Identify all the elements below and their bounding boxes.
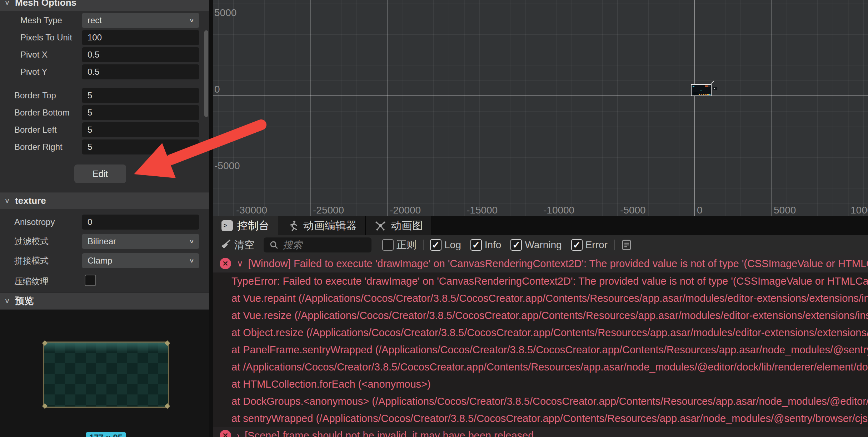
runner-icon (287, 220, 299, 232)
frame-corner-ornament (42, 340, 48, 346)
log-text: at PanelFrame.sentryWrapped (/Applicatio… (231, 344, 868, 356)
log-entry-error[interactable]: ✕ ∨ [Window] Failed to execute 'drawImag… (213, 255, 868, 272)
filter-mode-label: 过滤模式 (14, 234, 49, 249)
console-log-area[interactable]: ✕ ∨ [Window] Failed to execute 'drawImag… (213, 255, 868, 437)
border-right-label: Border Right (14, 139, 63, 154)
log-text: [Scene] frame should not be invalid, it … (245, 430, 534, 437)
console-toolbar: 清空 正则 ✓ Log ✓ Info ✓ Warning ✓ Error (213, 235, 868, 255)
mesh-type-select[interactable]: rect ∨ (82, 13, 199, 28)
border-left-label: Border Left (14, 122, 57, 137)
thumb-pixel (707, 94, 709, 95)
tab-animation-graph[interactable]: 动画图 (366, 216, 432, 235)
border-right-input[interactable] (82, 139, 199, 154)
compress-texture-checkbox[interactable] (85, 275, 96, 286)
log-stack-line: at Vue.repaint (/Applications/Cocos/Crea… (213, 290, 868, 307)
filter-mode-select[interactable]: Bilinear ∨ (82, 234, 199, 249)
border-left-input[interactable] (82, 122, 199, 137)
panel-divider (209, 0, 213, 437)
search-icon (269, 240, 279, 250)
chevron-down-icon[interactable]: ∨ (237, 259, 243, 269)
terminal-icon: >_ (221, 220, 233, 231)
y-tick: 0 (214, 84, 220, 95)
anim-graph-icon (374, 220, 386, 232)
regex-label: 正则 (396, 238, 416, 252)
thumb-pixel (703, 94, 704, 95)
log-text: [Window] Failed to execute 'drawImage' o… (248, 258, 868, 270)
tab-animation-editor[interactable]: 动画编辑器 (278, 216, 366, 235)
filter-error-checkbox[interactable]: ✓ (571, 239, 583, 251)
thumb-pixel (700, 90, 702, 91)
filter-info-checkbox[interactable]: ✓ (470, 239, 482, 251)
edit-button[interactable]: Edit (74, 165, 126, 183)
search-input-wrapper[interactable] (264, 237, 371, 252)
x-tick: -25000 (313, 205, 344, 216)
filter-info-label: Info (485, 239, 502, 251)
chevron-down-icon: ∨ (189, 15, 194, 26)
open-log-file-icon[interactable] (621, 239, 632, 251)
chevron-down-icon: ∨ (4, 197, 10, 205)
separator (614, 240, 615, 250)
thumb-pixel (705, 85, 708, 87)
chevron-down-icon: ∨ (189, 255, 194, 266)
log-text: at Vue.repaint (/Applications/Cocos/Crea… (231, 293, 868, 304)
log-entry-error[interactable]: ✕ › [Scene] frame should not be invalid,… (213, 427, 868, 437)
compress-texture-label: 压缩纹理 (14, 274, 49, 289)
error-icon: ✕ (220, 258, 231, 269)
panel-tabbar: >_ 控制台 动画编辑器 (213, 216, 868, 235)
chevron-right-icon[interactable]: › (237, 431, 240, 437)
x-tick: 0 (697, 205, 703, 216)
axis-line-x0 (694, 0, 695, 216)
regex-checkbox[interactable] (382, 239, 394, 251)
pivot-x-input[interactable] (82, 47, 199, 62)
log-stack-line: at PanelFrame.sentryWrapped (/Applicatio… (213, 341, 868, 358)
edit-button-label: Edit (93, 169, 108, 179)
border-bottom-label: Border Bottom (14, 105, 70, 120)
pivot-y-input[interactable] (82, 64, 199, 79)
log-text: at DockGroups.<anonymous> (/Applications… (231, 396, 868, 407)
scene-canvas[interactable]: -30000 -25000 -20000 -15000 -10000 -5000… (213, 0, 868, 216)
mesh-type-label: Mesh Type (20, 13, 62, 28)
tab-label: 动画编辑器 (303, 218, 357, 233)
log-text: at /Applications/Cocos/Creator/3.8.5/Coc… (231, 361, 868, 373)
search-input[interactable] (282, 239, 366, 251)
log-stack-line: at sentryWrapped (/Applications/Cocos/Cr… (213, 410, 868, 427)
filter-warning-checkbox[interactable]: ✓ (510, 239, 522, 251)
tab-label: 控制台 (237, 218, 269, 233)
border-bottom-input[interactable] (82, 105, 199, 120)
select-value: Bilinear (88, 236, 116, 246)
sprite-node-selection[interactable] (691, 84, 712, 96)
log-text: at Vue.resize (/Applications/Cocos/Creat… (231, 310, 868, 321)
border-top-input[interactable] (82, 88, 199, 103)
log-stack-line: at /Applications/Cocos/Creator/3.8.5/Coc… (213, 358, 868, 375)
pixels-to-unit-input[interactable] (82, 30, 199, 45)
pivot-x-label: Pivot X (20, 47, 48, 62)
tab-console[interactable]: >_ 控制台 (213, 216, 278, 235)
clear-button[interactable]: 清空 (220, 238, 254, 252)
frame-corner-ornament (42, 403, 48, 409)
section-header-texture[interactable]: ∨ texture (0, 192, 209, 209)
section-header-preview[interactable]: ∨ 预览 (0, 293, 209, 309)
chevron-down-icon: ∨ (189, 236, 194, 247)
x-tick: 10000 (850, 205, 868, 216)
log-stack-line: at Object.resize (/Applications/Cocos/Cr… (213, 324, 868, 341)
thumb-pixel (699, 94, 700, 95)
section-header-mesh-options[interactable]: ∨ Mesh Options (0, 0, 209, 11)
anisotropy-input[interactable] (82, 215, 199, 230)
y-tick: -5000 (214, 161, 240, 171)
preview-pane: 177 x 95 (0, 310, 209, 437)
log-stack-line: at Vue.resize (/Applications/Cocos/Creat… (213, 307, 868, 324)
y-tick: 5000 (214, 8, 236, 18)
anisotropy-label: Anisotropy (14, 215, 55, 230)
thumb-pixel (705, 94, 707, 95)
scrollbar-thumb[interactable] (204, 30, 208, 117)
x-tick: -30000 (236, 205, 267, 216)
filter-log-checkbox[interactable]: ✓ (430, 239, 442, 251)
wrap-mode-select[interactable]: Clamp ∨ (82, 253, 199, 268)
frame-corner-ornament (165, 403, 170, 409)
gizmo-handle[interactable] (713, 87, 717, 90)
filter-log-label: Log (444, 239, 461, 251)
chevron-down-icon: ∨ (4, 297, 10, 305)
preview-size-badge: 177 x 95 (86, 432, 126, 437)
separator (423, 240, 424, 250)
console-panel: >_ 控制台 动画编辑器 (213, 216, 868, 437)
